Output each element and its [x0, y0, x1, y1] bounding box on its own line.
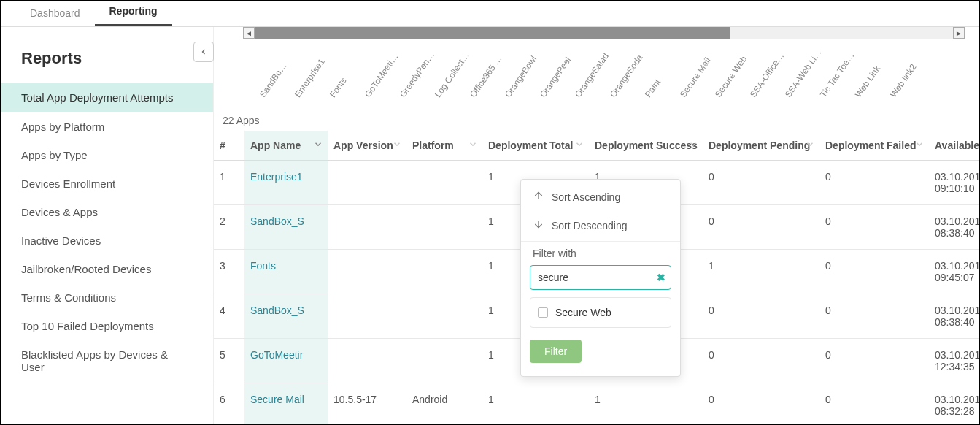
sort-asc-label: Sort Ascending: [552, 191, 620, 203]
checkbox-icon[interactable]: [538, 307, 548, 318]
col-pending[interactable]: Deployment Pending: [703, 131, 819, 161]
cell-platform: [406, 294, 482, 339]
cell-platform: [406, 161, 482, 205]
cell-pending: 0: [703, 294, 819, 339]
cell-available: 03.10.20109:45:07: [929, 250, 979, 294]
cell-failed: 0: [819, 161, 929, 205]
chevron-down-icon[interactable]: [688, 139, 698, 152]
chart-category-label: Secure Web: [713, 54, 749, 99]
sidebar-item-total-app-deployment[interactable]: Total App Deployment Attempts: [1, 83, 213, 112]
col-platform-label: Platform: [412, 139, 454, 151]
sidebar-item-apps-by-type[interactable]: Apps by Type: [1, 141, 213, 169]
cell-pending: 0: [703, 383, 819, 425]
cell-app-version: [328, 339, 406, 383]
cell-available: 03.10.20109:10:10: [929, 161, 979, 205]
sort-ascending-option[interactable]: Sort Ascending: [521, 183, 680, 211]
chevron-down-icon[interactable]: [468, 139, 478, 152]
sidebar-item-top10-failed[interactable]: Top 10 Failed Deployments: [1, 312, 213, 340]
cell-app-name[interactable]: Secure Mail: [244, 383, 328, 425]
sidebar-item-inactive-devices[interactable]: Inactive Devices: [1, 226, 213, 255]
chevron-left-icon: [199, 47, 208, 56]
chart-category-label: Secure Mail: [678, 55, 713, 99]
cell-app-name[interactable]: Fonts: [244, 250, 328, 294]
scroll-track[interactable]: [255, 27, 953, 39]
cell-app-name[interactable]: GoToMeetir: [244, 339, 328, 383]
filter-option-label: Secure Web: [555, 307, 611, 318]
sidebar-item-terms[interactable]: Terms & Conditions: [1, 283, 213, 312]
col-available[interactable]: Available: [929, 131, 979, 161]
column-filter-panel: Sort Ascending Sort Descending Filter wi…: [520, 179, 681, 377]
scroll-thumb[interactable]: [255, 27, 730, 39]
cell-failed: 0: [819, 250, 929, 294]
chart-category-label: Office365 …: [468, 54, 504, 99]
col-app-version-label: App Version: [333, 139, 393, 151]
cell-index: 5: [214, 339, 244, 383]
chart-category-label: OrangeBowl: [503, 54, 539, 99]
apps-count-label: 22 Apps: [223, 115, 979, 126]
filter-input[interactable]: [530, 265, 671, 290]
cell-available: 03.10.20112:34:35: [929, 339, 979, 383]
cell-platform: Android: [406, 383, 482, 425]
sidebar-item-devices-apps[interactable]: Devices & Apps: [1, 198, 213, 226]
table-row: 6Secure Mail10.5.5-17Android110003.10.20…: [214, 383, 979, 425]
cell-failed: 0: [819, 205, 929, 250]
chart-category-label: Tic Tac Toe…: [818, 50, 857, 99]
filter-option-secure-web[interactable]: Secure Web: [530, 297, 671, 328]
col-success-label: Deployment Success: [595, 139, 698, 151]
sidebar-item-devices-enrollment[interactable]: Devices Enrollment: [1, 169, 213, 198]
col-total[interactable]: Deployment Total: [482, 131, 589, 161]
cell-index: 3: [214, 250, 244, 294]
sidebar-item-blacklisted[interactable]: Blacklisted Apps by Devices & User: [1, 340, 213, 381]
cell-platform: [406, 250, 482, 294]
col-app-name[interactable]: App Name: [244, 131, 328, 161]
chart-category-label: GreedyPen…: [398, 50, 436, 99]
chevron-down-icon[interactable]: [805, 139, 815, 152]
filter-with-label: Filter with: [521, 243, 680, 262]
col-failed[interactable]: Deployment Failed: [819, 131, 929, 161]
cell-pending: 1: [703, 250, 819, 294]
cell-available: 03.10.20108:38:40: [929, 294, 979, 339]
chevron-down-icon[interactable]: [313, 139, 323, 152]
chevron-down-icon[interactable]: [574, 139, 584, 152]
col-platform[interactable]: Platform: [406, 131, 482, 161]
sidebar-item-apps-by-platform[interactable]: Apps by Platform: [1, 112, 213, 141]
col-success[interactable]: Deployment Success: [589, 131, 703, 161]
tab-reporting[interactable]: Reporting: [95, 0, 172, 26]
clear-filter-icon[interactable]: ✖: [657, 272, 665, 283]
cell-app-name[interactable]: SandBox_S: [244, 205, 328, 250]
chart-category-label: Log Collect…: [433, 50, 471, 99]
scroll-right-arrow-icon[interactable]: ►: [953, 27, 965, 39]
cell-platform: [406, 339, 482, 383]
chart-category-label: OrangeSalad: [573, 51, 611, 99]
col-idx[interactable]: #: [214, 131, 244, 161]
cell-failed: 0: [819, 383, 929, 425]
sidebar-item-jailbroken[interactable]: Jailbroken/Rooted Devices: [1, 255, 213, 283]
cell-total: 1: [482, 383, 589, 425]
chart-strip: ◄ ► SandBo…Enterprise1FontsGoToMeeti…Gre…: [236, 27, 972, 115]
cell-app-name[interactable]: Enterprise1: [244, 161, 328, 205]
sort-descending-option[interactable]: Sort Descending: [521, 211, 680, 240]
filter-button[interactable]: Filter: [530, 340, 582, 363]
cell-index: 6: [214, 383, 244, 425]
cell-index: 2: [214, 205, 244, 250]
cell-available: 03.10.20108:38:40: [929, 205, 979, 250]
chart-category-label: GoToMeeti…: [363, 52, 401, 99]
sidebar-collapse-button[interactable]: [193, 42, 214, 62]
cell-pending: 0: [703, 205, 819, 250]
col-app-version[interactable]: App Version: [328, 131, 406, 161]
col-total-label: Deployment Total: [488, 139, 573, 151]
cell-app-version: [328, 250, 406, 294]
scroll-left-arrow-icon[interactable]: ◄: [243, 27, 255, 39]
chart-h-scrollbar[interactable]: ◄ ►: [243, 27, 965, 39]
chart-category-label: OrangePeel: [538, 55, 573, 99]
chevron-down-icon[interactable]: [392, 139, 402, 152]
table-header-row: # App Name App Version Platform Depl: [214, 131, 979, 161]
tab-dashboard[interactable]: Dashboard: [15, 1, 95, 26]
cell-app-name[interactable]: SandBox_S: [244, 294, 328, 339]
chart-category-label: SandBo…: [258, 61, 289, 99]
chevron-down-icon[interactable]: [914, 139, 925, 152]
chart-category-label: Web Link: [853, 64, 882, 99]
chart-category-label: SSA-Web Li…: [783, 47, 824, 99]
cell-failed: 0: [819, 294, 929, 339]
content: ◄ ► SandBo…Enterprise1FontsGoToMeeti…Gre…: [214, 27, 979, 424]
